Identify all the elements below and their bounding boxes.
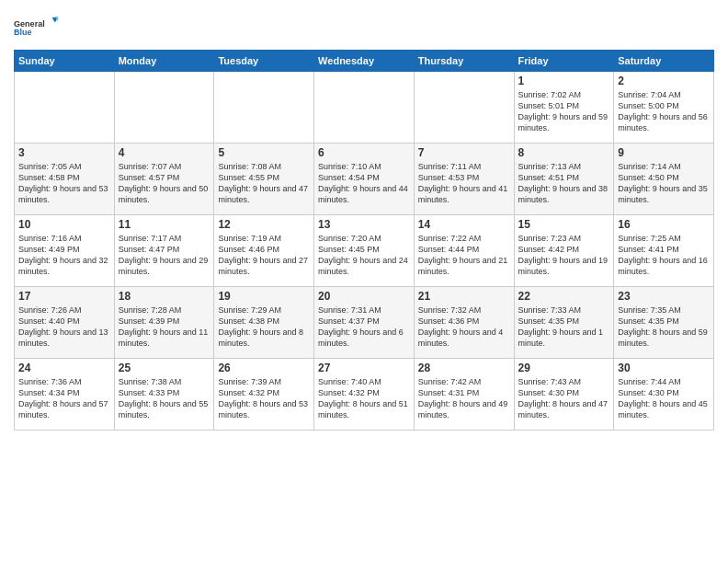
- calendar-cell: 4Sunrise: 7:07 AM Sunset: 4:57 PM Daylig…: [114, 144, 214, 215]
- day-number: 6: [318, 146, 410, 159]
- calendar-cell: 21Sunrise: 7:32 AM Sunset: 4:36 PM Dayli…: [414, 287, 514, 359]
- calendar-cell: 1Sunrise: 7:02 AM Sunset: 5:01 PM Daylig…: [514, 72, 614, 144]
- day-info: Sunrise: 7:02 AM Sunset: 5:01 PM Dayligh…: [518, 89, 610, 134]
- calendar-table: SundayMondayTuesdayWednesdayThursdayFrid…: [14, 50, 714, 431]
- calendar-cell: 15Sunrise: 7:23 AM Sunset: 4:42 PM Dayli…: [514, 215, 614, 287]
- day-info: Sunrise: 7:31 AM Sunset: 4:37 PM Dayligh…: [318, 304, 410, 350]
- day-number: 4: [119, 146, 210, 159]
- calendar-cell: 25Sunrise: 7:38 AM Sunset: 4:33 PM Dayli…: [114, 359, 214, 431]
- calendar-cell: 8Sunrise: 7:13 AM Sunset: 4:51 PM Daylig…: [514, 144, 614, 215]
- weekday-header-saturday: Saturday: [614, 51, 714, 72]
- svg-text:Blue: Blue: [14, 28, 32, 37]
- day-number: 21: [418, 290, 510, 303]
- day-number: 28: [418, 362, 510, 374]
- calendar-cell: 27Sunrise: 7:40 AM Sunset: 4:32 PM Dayli…: [314, 359, 415, 431]
- calendar-cell: [214, 72, 314, 144]
- calendar-cell: 9Sunrise: 7:14 AM Sunset: 4:50 PM Daylig…: [614, 144, 714, 215]
- calendar-cell: 30Sunrise: 7:44 AM Sunset: 4:30 PM Dayli…: [614, 359, 714, 431]
- weekday-header-wednesday: Wednesday: [314, 51, 415, 72]
- svg-text:General: General: [14, 19, 45, 29]
- day-info: Sunrise: 7:13 AM Sunset: 4:51 PM Dayligh…: [518, 161, 610, 206]
- day-info: Sunrise: 7:35 AM Sunset: 4:35 PM Dayligh…: [618, 304, 710, 350]
- day-info: Sunrise: 7:40 AM Sunset: 4:32 PM Dayligh…: [318, 376, 410, 421]
- day-info: Sunrise: 7:23 AM Sunset: 4:42 PM Dayligh…: [518, 233, 610, 278]
- calendar-cell: [15, 72, 115, 144]
- calendar-cell: [114, 72, 214, 144]
- day-number: 13: [318, 218, 410, 231]
- weekday-header-friday: Friday: [514, 51, 614, 72]
- day-info: Sunrise: 7:32 AM Sunset: 4:36 PM Dayligh…: [418, 304, 510, 350]
- day-info: Sunrise: 7:28 AM Sunset: 4:39 PM Dayligh…: [119, 304, 210, 350]
- day-info: Sunrise: 7:43 AM Sunset: 4:30 PM Dayligh…: [518, 376, 610, 421]
- day-number: 17: [18, 290, 110, 303]
- day-info: Sunrise: 7:26 AM Sunset: 4:40 PM Dayligh…: [18, 304, 110, 350]
- day-info: Sunrise: 7:38 AM Sunset: 4:33 PM Dayligh…: [119, 376, 210, 421]
- day-info: Sunrise: 7:29 AM Sunset: 4:38 PM Dayligh…: [218, 304, 310, 350]
- calendar-cell: 6Sunrise: 7:10 AM Sunset: 4:54 PM Daylig…: [314, 144, 415, 215]
- header: General Blue: [14, 9, 714, 46]
- calendar-cell: 17Sunrise: 7:26 AM Sunset: 4:40 PM Dayli…: [15, 287, 115, 359]
- day-info: Sunrise: 7:07 AM Sunset: 4:57 PM Dayligh…: [119, 161, 210, 206]
- day-number: 15: [518, 218, 610, 231]
- calendar-cell: 24Sunrise: 7:36 AM Sunset: 4:34 PM Dayli…: [15, 359, 115, 431]
- week-row-2: 3Sunrise: 7:05 AM Sunset: 4:58 PM Daylig…: [15, 144, 714, 215]
- day-number: 29: [518, 362, 610, 374]
- weekday-header-tuesday: Tuesday: [214, 51, 314, 72]
- day-info: Sunrise: 7:17 AM Sunset: 4:47 PM Dayligh…: [119, 233, 210, 278]
- day-number: 20: [318, 290, 410, 303]
- day-info: Sunrise: 7:11 AM Sunset: 4:53 PM Dayligh…: [418, 161, 510, 206]
- day-number: 10: [18, 218, 110, 231]
- week-row-1: 1Sunrise: 7:02 AM Sunset: 5:01 PM Daylig…: [15, 72, 714, 144]
- calendar-cell: 2Sunrise: 7:04 AM Sunset: 5:00 PM Daylig…: [614, 72, 714, 144]
- calendar-cell: 10Sunrise: 7:16 AM Sunset: 4:49 PM Dayli…: [15, 215, 115, 287]
- calendar-cell: 28Sunrise: 7:42 AM Sunset: 4:31 PM Dayli…: [414, 359, 514, 431]
- day-number: 8: [518, 146, 610, 159]
- day-number: 2: [618, 75, 710, 87]
- weekday-header-row: SundayMondayTuesdayWednesdayThursdayFrid…: [15, 51, 714, 72]
- day-info: Sunrise: 7:08 AM Sunset: 4:55 PM Dayligh…: [218, 161, 310, 206]
- day-number: 27: [318, 362, 410, 374]
- day-number: 26: [218, 362, 310, 374]
- day-info: Sunrise: 7:44 AM Sunset: 4:30 PM Dayligh…: [618, 376, 710, 421]
- day-number: 7: [418, 146, 510, 159]
- calendar-cell: 3Sunrise: 7:05 AM Sunset: 4:58 PM Daylig…: [15, 144, 115, 215]
- calendar-cell: 29Sunrise: 7:43 AM Sunset: 4:30 PM Dayli…: [514, 359, 614, 431]
- day-info: Sunrise: 7:36 AM Sunset: 4:34 PM Dayligh…: [18, 376, 110, 421]
- calendar-cell: 16Sunrise: 7:25 AM Sunset: 4:41 PM Dayli…: [614, 215, 714, 287]
- day-number: 1: [518, 75, 610, 87]
- day-info: Sunrise: 7:20 AM Sunset: 4:45 PM Dayligh…: [318, 233, 410, 278]
- calendar-cell: 11Sunrise: 7:17 AM Sunset: 4:47 PM Dayli…: [114, 215, 214, 287]
- calendar-cell: 14Sunrise: 7:22 AM Sunset: 4:44 PM Dayli…: [414, 215, 514, 287]
- day-info: Sunrise: 7:05 AM Sunset: 4:58 PM Dayligh…: [18, 161, 110, 206]
- weekday-header-sunday: Sunday: [15, 51, 115, 72]
- day-info: Sunrise: 7:42 AM Sunset: 4:31 PM Dayligh…: [418, 376, 510, 421]
- weekday-header-monday: Monday: [114, 51, 214, 72]
- day-info: Sunrise: 7:25 AM Sunset: 4:41 PM Dayligh…: [618, 233, 710, 278]
- day-number: 18: [119, 290, 210, 303]
- calendar-cell: [314, 72, 415, 144]
- calendar-container: General Blue SundayMondayTuesdayWednesda…: [0, 0, 728, 435]
- day-info: Sunrise: 7:22 AM Sunset: 4:44 PM Dayligh…: [418, 233, 510, 278]
- day-info: Sunrise: 7:04 AM Sunset: 5:00 PM Dayligh…: [618, 89, 710, 134]
- logo-svg: General Blue: [14, 9, 58, 46]
- day-info: Sunrise: 7:16 AM Sunset: 4:49 PM Dayligh…: [18, 233, 110, 278]
- calendar-cell: 13Sunrise: 7:20 AM Sunset: 4:45 PM Dayli…: [314, 215, 415, 287]
- day-number: 14: [418, 218, 510, 231]
- week-row-3: 10Sunrise: 7:16 AM Sunset: 4:49 PM Dayli…: [15, 215, 714, 287]
- day-number: 16: [618, 218, 710, 231]
- day-info: Sunrise: 7:33 AM Sunset: 4:35 PM Dayligh…: [518, 304, 610, 350]
- week-row-5: 24Sunrise: 7:36 AM Sunset: 4:34 PM Dayli…: [15, 359, 714, 431]
- calendar-cell: 19Sunrise: 7:29 AM Sunset: 4:38 PM Dayli…: [214, 287, 314, 359]
- calendar-cell: 23Sunrise: 7:35 AM Sunset: 4:35 PM Dayli…: [614, 287, 714, 359]
- day-number: 23: [618, 290, 710, 303]
- calendar-cell: 26Sunrise: 7:39 AM Sunset: 4:32 PM Dayli…: [214, 359, 314, 431]
- calendar-cell: [414, 72, 514, 144]
- calendar-cell: 12Sunrise: 7:19 AM Sunset: 4:46 PM Dayli…: [214, 215, 314, 287]
- day-info: Sunrise: 7:10 AM Sunset: 4:54 PM Dayligh…: [318, 161, 410, 206]
- day-number: 3: [18, 146, 110, 159]
- calendar-cell: 7Sunrise: 7:11 AM Sunset: 4:53 PM Daylig…: [414, 144, 514, 215]
- calendar-cell: 5Sunrise: 7:08 AM Sunset: 4:55 PM Daylig…: [214, 144, 314, 215]
- day-info: Sunrise: 7:14 AM Sunset: 4:50 PM Dayligh…: [618, 161, 710, 206]
- calendar-cell: 18Sunrise: 7:28 AM Sunset: 4:39 PM Dayli…: [114, 287, 214, 359]
- day-number: 24: [18, 362, 110, 374]
